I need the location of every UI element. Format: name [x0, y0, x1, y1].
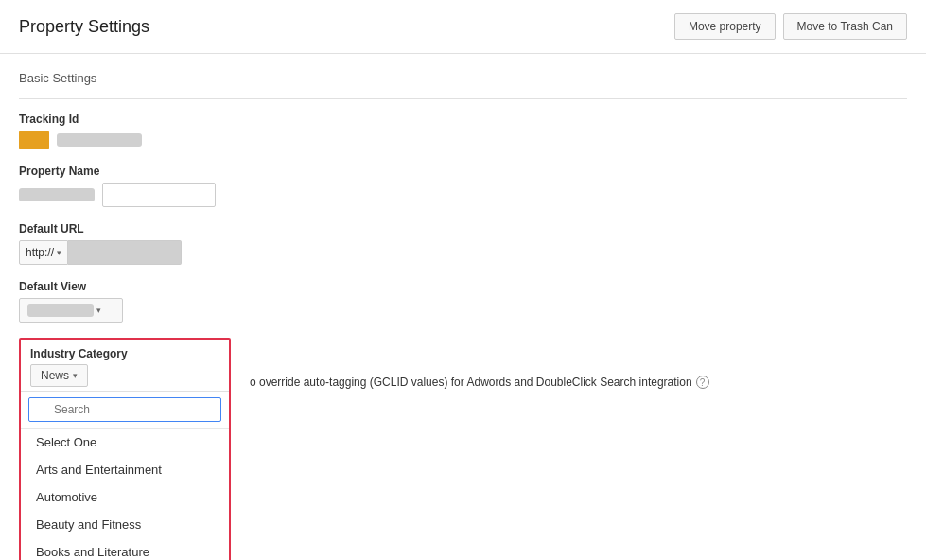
default-url-label: Default URL [19, 222, 907, 236]
tracking-id-label: Tracking Id [19, 113, 907, 126]
protocol-chevron: ▾ [57, 248, 61, 257]
tracking-id-row [19, 131, 907, 149]
list-item[interactable]: Arts and Entertainment [21, 456, 229, 483]
industry-category-dropdown-button[interactable]: News ▾ [30, 364, 88, 387]
page-container: Property Settings Move property Move to … [0, 0, 926, 560]
default-view-select[interactable]: ▾ [19, 298, 123, 323]
basic-settings-label: Basic Settings [19, 71, 907, 85]
list-item[interactable]: Select One [21, 429, 229, 456]
industry-category-label: Industry Category [21, 340, 229, 364]
property-name-input[interactable] [102, 183, 216, 207]
auto-tagging-text: o override auto-tagging (GCLID values) f… [250, 376, 692, 389]
tracking-id-value [57, 133, 142, 147]
help-icon[interactable]: ? [696, 376, 709, 389]
default-view-group: Default View ▾ [19, 280, 907, 323]
property-name-label: Property Name [19, 165, 907, 178]
page-title: Property Settings [19, 17, 149, 37]
move-to-trash-button[interactable]: Move to Trash Can [783, 13, 907, 40]
list-item[interactable]: Beauty and Fitness [21, 511, 229, 538]
protocol-select[interactable]: http:// ▾ [19, 240, 68, 265]
list-item[interactable]: Automotive [21, 483, 229, 511]
header-buttons: Move property Move to Trash Can [674, 13, 907, 40]
tracking-id-group: Tracking Id [19, 113, 907, 149]
protocol-value: http:// [26, 246, 54, 259]
property-name-group: Property Name [19, 165, 907, 207]
view-value-redacted [27, 304, 94, 317]
move-property-button[interactable]: Move property [674, 13, 776, 40]
industry-category-section: Industry Category News ▾ 🔍 Select One Ar [19, 338, 231, 560]
tracking-id-icon [19, 131, 49, 149]
search-box-wrapper: 🔍 [21, 392, 229, 429]
industry-dropdown-panel: 🔍 Select One Arts and Entertainment Auto… [21, 391, 229, 560]
list-item[interactable]: Books and Literature [21, 538, 229, 560]
section-divider [19, 98, 907, 99]
property-name-redacted [19, 188, 95, 201]
property-name-row [19, 183, 907, 207]
page-content: Basic Settings Tracking Id Property Name… [0, 54, 926, 560]
industry-category-list: Select One Arts and Entertainment Automo… [21, 429, 229, 560]
view-chevron: ▾ [96, 306, 101, 315]
url-row: http:// ▾ [19, 240, 907, 265]
news-chevron: ▾ [73, 371, 78, 380]
search-input[interactable] [28, 397, 221, 422]
search-wrapper: 🔍 [28, 397, 221, 422]
default-view-label: Default View [19, 280, 907, 293]
industry-current-value: News [41, 369, 69, 382]
default-url-group: Default URL http:// ▾ [19, 222, 907, 265]
page-header: Property Settings Move property Move to … [0, 0, 926, 54]
url-redacted [68, 240, 182, 265]
auto-tagging-row: o override auto-tagging (GCLID values) f… [250, 376, 709, 389]
